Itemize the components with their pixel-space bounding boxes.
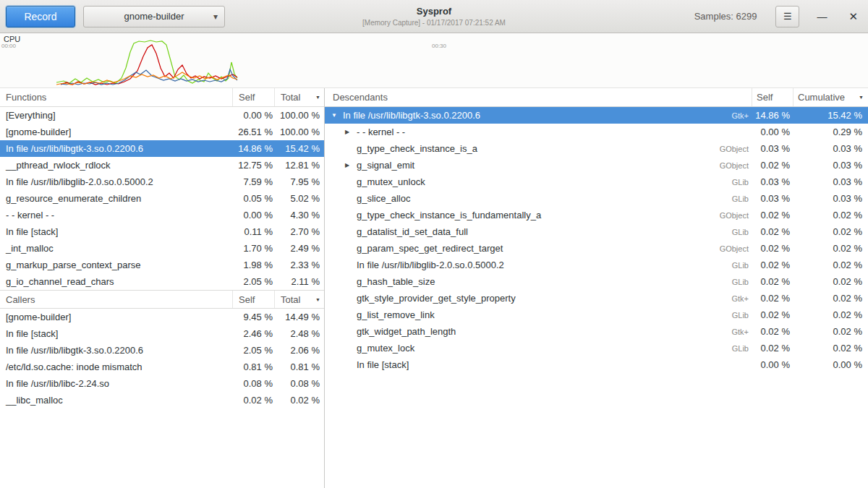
table-row[interactable]: In file /usr/lib/libc-2.24.so 0.08 % 0.0…: [0, 375, 324, 392]
column-header-self[interactable]: Self: [233, 291, 275, 308]
cpu-timeline[interactable]: CPU 00:00 00:30: [0, 33, 868, 88]
cumulative-value: 0.02 %: [793, 210, 868, 221]
library-label: GLib: [732, 261, 752, 270]
library-label: GLib: [732, 178, 752, 187]
self-value: 0.02 %: [752, 293, 793, 304]
cumulative-value: 0.03 %: [793, 176, 868, 187]
function-name: g_param_spec_get_redirect_target: [357, 243, 503, 254]
self-value: 1.98 %: [233, 260, 275, 270]
self-value: 26.51 %: [233, 127, 275, 137]
table-row[interactable]: _int_malloc 1.70 % 2.49 %: [0, 240, 324, 257]
table-row[interactable]: g_datalist_id_set_data_full GLib 0.02 % …: [325, 223, 868, 240]
function-name: g_mutex_unlock: [357, 176, 425, 187]
table-row[interactable]: __pthread_rwlock_rdlock 12.75 % 12.81 %: [0, 157, 324, 174]
table-row[interactable]: g_param_spec_get_redirect_target GObject…: [325, 240, 868, 257]
table-row[interactable]: In file [stack] 0.00 % 0.00 %: [325, 356, 868, 373]
table-row[interactable]: ▶ g_signal_emit GObject 0.02 % 0.03 %: [325, 157, 868, 174]
table-row[interactable]: In file /usr/lib/libglib-2.0.so.0.5000.2…: [325, 257, 868, 273]
table-row[interactable]: g_slice_alloc GLib 0.03 % 0.03 %: [325, 190, 868, 207]
column-header-total[interactable]: Total ▼: [275, 88, 324, 106]
table-row[interactable]: - - kernel - - 0.00 % 4.30 %: [0, 207, 324, 223]
table-row[interactable]: [Everything] 0.00 % 100.00 %: [0, 107, 324, 124]
callers-panel: Callers Self Total ▼ [gnome-builder] 9.4…: [0, 290, 324, 408]
column-header-callers[interactable]: Callers: [0, 291, 233, 308]
self-value: 9.45 %: [233, 312, 275, 322]
total-value: 2.11 %: [275, 276, 324, 287]
table-row[interactable]: g_list_remove_link GLib 0.02 % 0.02 %: [325, 307, 868, 323]
cpu-graph-canvas[interactable]: [0, 33, 868, 88]
table-row[interactable]: g_mutex_lock GLib 0.02 % 0.02 %: [325, 340, 868, 356]
minimize-button[interactable]: —: [817, 12, 827, 22]
column-header-descendants[interactable]: Descendants: [325, 88, 752, 106]
total-value: 4.30 %: [275, 210, 324, 221]
cumulative-value: 0.02 %: [793, 260, 868, 270]
table-row-selected[interactable]: In file /usr/lib/libgtk-3.so.0.2200.6 14…: [0, 140, 324, 157]
self-value: 2.05 %: [233, 345, 275, 356]
window-title-block: Sysprof [Memory Capture] - 01/17/2017 07…: [362, 6, 506, 27]
function-name: gtk_widget_path_length: [357, 326, 456, 337]
self-value: 0.81 %: [233, 361, 275, 372]
self-value: 7.59 %: [233, 176, 275, 187]
table-row[interactable]: [gnome-builder] 9.45 % 14.49 %: [0, 309, 324, 325]
total-value: 2.33 %: [275, 260, 324, 270]
cumulative-value: 0.02 %: [793, 343, 868, 354]
record-button[interactable]: Record: [6, 6, 75, 27]
library-label: Gtk+: [731, 111, 752, 120]
sort-indicator-icon: ▼: [859, 95, 864, 100]
table-row[interactable]: [gnome-builder] 26.51 % 100.00 %: [0, 124, 324, 140]
table-row[interactable]: gtk_style_provider_get_style_property Gt…: [325, 290, 868, 307]
self-value: 0.05 %: [233, 193, 275, 204]
cumulative-value: 0.03 %: [793, 160, 868, 171]
total-value: 2.48 %: [275, 328, 324, 339]
table-row[interactable]: gtk_widget_path_length Gtk+ 0.02 % 0.02 …: [325, 323, 868, 340]
close-button[interactable]: ✕: [848, 11, 858, 22]
expander-collapsed-icon[interactable]: ▶: [345, 162, 357, 168]
function-name: In file [stack]: [357, 359, 409, 370]
table-row[interactable]: In file /usr/lib/libglib-2.0.so.0.5000.2…: [0, 174, 324, 190]
table-row[interactable]: g_hash_table_size GLib 0.02 % 0.02 %: [325, 273, 868, 290]
self-value: 0.00 %: [752, 127, 793, 137]
menu-button[interactable]: ☰: [775, 6, 799, 27]
table-row[interactable]: In file [stack] 2.46 % 2.48 %: [0, 325, 324, 342]
column-header-total[interactable]: Total ▼: [275, 291, 324, 308]
column-header-total-label: Total: [281, 294, 300, 305]
table-row[interactable]: In file /usr/lib/libgtk-3.so.0.2200.6 2.…: [0, 342, 324, 359]
function-name: [Everything]: [0, 110, 233, 121]
profile-selector-dropdown[interactable]: gnome-builder ▾: [83, 6, 225, 27]
sort-indicator-icon: ▼: [315, 297, 320, 302]
chevron-down-icon: ▾: [213, 12, 218, 22]
headerbar: Record gnome-builder ▾ Sysprof [Memory C…: [0, 0, 868, 33]
column-header-self[interactable]: Self: [752, 88, 793, 106]
column-header-cumulative[interactable]: Cumulative ▼: [793, 88, 868, 106]
table-row[interactable]: /etc/ld.so.cache: inode mismatch 0.81 % …: [0, 359, 324, 375]
self-value: 0.11 %: [233, 226, 275, 237]
function-name: In file [stack]: [0, 226, 233, 237]
functions-panel: Functions Self Total ▼ [Everything] 0.00…: [0, 88, 324, 290]
table-row[interactable]: ▶ - - kernel - - 0.00 % 0.29 %: [325, 124, 868, 140]
main-content: Functions Self Total ▼ [Everything] 0.00…: [0, 88, 868, 488]
caller-name: In file /usr/lib/libgtk-3.so.0.2200.6: [0, 345, 233, 356]
function-name: g_hash_table_size: [357, 276, 435, 287]
table-row[interactable]: g_mutex_unlock GLib 0.03 % 0.03 %: [325, 174, 868, 190]
self-value: 0.02 %: [752, 160, 793, 171]
table-row[interactable]: g_io_channel_read_chars 2.05 % 2.11 %: [0, 273, 324, 290]
expander-expanded-icon[interactable]: ▼: [331, 112, 343, 119]
library-label: GLib: [732, 278, 752, 286]
table-row[interactable]: g_resource_enumerate_children 0.05 % 5.0…: [0, 190, 324, 207]
caller-name: [gnome-builder]: [0, 312, 233, 322]
column-header-functions[interactable]: Functions: [0, 88, 233, 106]
self-value: 2.46 %: [233, 328, 275, 339]
table-row[interactable]: g_type_check_instance_is_a GObject 0.03 …: [325, 140, 868, 157]
self-value: 0.02 %: [752, 226, 793, 237]
self-value: 14.86 %: [233, 143, 275, 154]
table-row[interactable]: __libc_malloc 0.02 % 0.02 %: [0, 392, 324, 408]
table-row-selected[interactable]: ▼ In file /usr/lib/libgtk-3.so.0.2200.6 …: [325, 107, 868, 124]
profile-selector-label: gnome-builder: [124, 11, 184, 22]
self-value: 0.03 %: [752, 193, 793, 204]
sort-indicator-icon: ▼: [315, 95, 320, 100]
expander-collapsed-icon[interactable]: ▶: [345, 129, 357, 135]
column-header-self[interactable]: Self: [233, 88, 275, 106]
table-row[interactable]: In file [stack] 0.11 % 2.70 %: [0, 223, 324, 240]
table-row[interactable]: g_markup_parse_context_parse 1.98 % 2.33…: [0, 257, 324, 273]
table-row[interactable]: g_type_check_instance_is_fundamentally_a…: [325, 207, 868, 223]
